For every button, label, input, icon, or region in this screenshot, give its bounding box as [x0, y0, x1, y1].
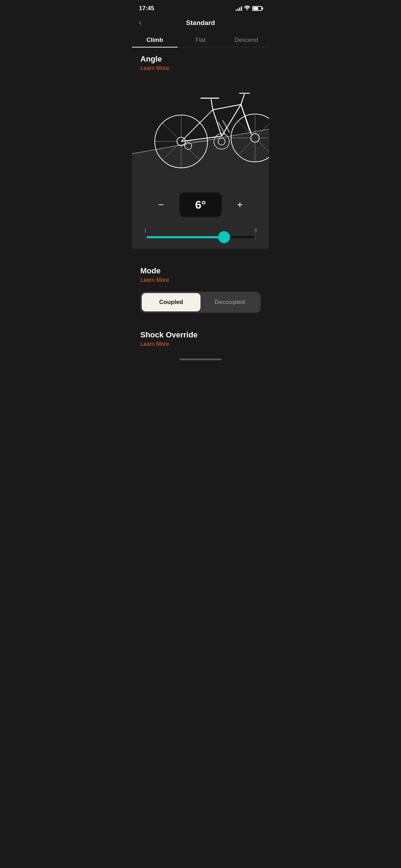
wifi-icon: [244, 6, 250, 11]
nav-header: ‹ Standard: [132, 15, 269, 32]
slider-track[interactable]: [147, 236, 254, 238]
status-time: 17:45: [139, 5, 154, 12]
angle-title: Angle: [140, 55, 261, 64]
slider-labels: 1 8: [144, 228, 257, 233]
back-button[interactable]: ‹: [139, 18, 141, 27]
bike-svg: [132, 73, 269, 185]
tab-bar: Climb Flat Descend: [132, 32, 269, 47]
increment-button[interactable]: +: [232, 197, 248, 213]
shock-override-learn-more[interactable]: Learn More: [140, 341, 261, 347]
status-icons: [236, 6, 262, 11]
tab-climb[interactable]: Climb: [132, 32, 178, 47]
slider-fill: [147, 236, 224, 238]
signal-icon: [236, 6, 242, 11]
mode-title: Mode: [140, 266, 261, 275]
angle-stepper: − 6° +: [140, 192, 261, 217]
angle-slider[interactable]: 1 8: [140, 228, 261, 238]
mode-decoupled-button[interactable]: Decoupled: [200, 293, 259, 311]
page-title: Standard: [186, 19, 215, 27]
slider-max: 8: [254, 228, 257, 233]
shock-override-title: Shock Override: [140, 330, 261, 340]
tab-flat[interactable]: Flat: [178, 32, 223, 47]
status-bar: 17:45: [132, 0, 269, 15]
decrement-button[interactable]: −: [153, 197, 169, 213]
mode-toggle: Coupled Decoupled: [140, 292, 261, 313]
svg-point-0: [247, 9, 248, 11]
mode-coupled-button[interactable]: Coupled: [142, 293, 200, 311]
shock-override-section: Shock Override Learn More: [132, 320, 269, 354]
bike-illustration: [132, 73, 269, 185]
angle-learn-more[interactable]: Learn More: [140, 65, 261, 71]
mode-section-header: Mode Learn More: [132, 259, 269, 285]
tab-descend[interactable]: Descend: [223, 32, 269, 47]
slider-min: 1: [144, 228, 147, 233]
mode-learn-more[interactable]: Learn More: [140, 277, 261, 283]
home-indicator: [132, 354, 269, 363]
angle-value: 6°: [179, 192, 222, 217]
angle-controls: − 6° + 1 8: [132, 185, 269, 249]
mode-section: Mode Learn More Coupled Decoupled: [132, 249, 269, 313]
home-bar: [179, 359, 222, 360]
angle-section-header: Angle Learn More: [132, 47, 269, 73]
slider-thumb[interactable]: [218, 231, 230, 243]
battery-icon: [252, 6, 262, 11]
